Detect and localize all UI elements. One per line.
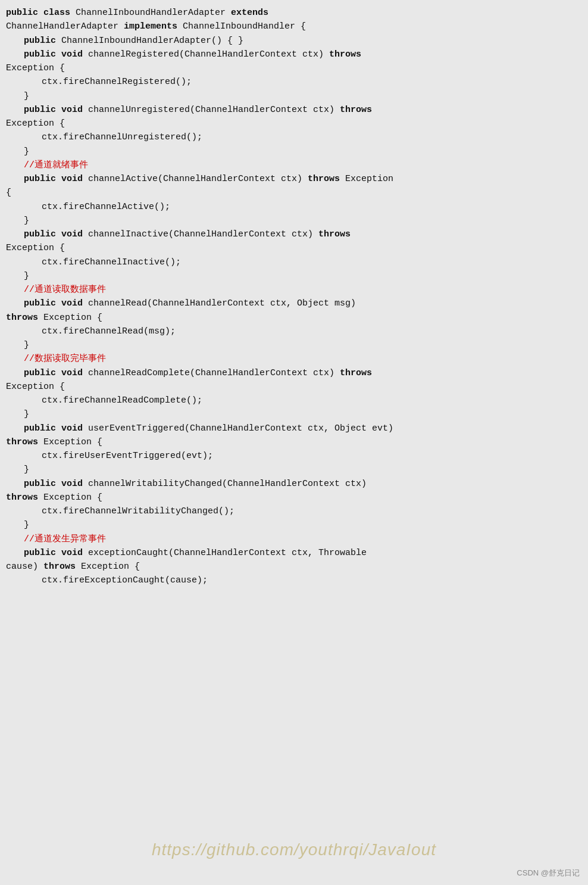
watermark-overlay: https://github.com/youthrqi/JavaIout: [0, 837, 588, 862]
normal-segment: }: [24, 409, 29, 419]
code-line: ctx.fireUserEventTriggered(evt);: [6, 449, 582, 463]
normal-segment: {: [6, 188, 11, 198]
kw-segment: public void: [24, 49, 83, 60]
kw-segment: public void: [24, 105, 83, 115]
kw-segment: throws: [340, 105, 372, 115]
kw-segment: public void: [24, 479, 83, 489]
code-line: }: [6, 518, 582, 532]
code-line: ctx.fireChannelRead(msg);: [6, 325, 582, 338]
normal-segment: ChannelInboundHandlerAdapter: [76, 8, 231, 18]
code-line: public ChannelInboundHandlerAdapter() { …: [6, 34, 582, 48]
kw-segment: throws: [6, 437, 38, 447]
normal-segment: ctx.fireChannelRead(msg);: [42, 326, 176, 336]
normal-segment: ctx.fireChannelInactive();: [42, 257, 181, 267]
normal-segment: channelUnregistered(ChannelHandlerContex…: [83, 105, 340, 115]
code-line: ctx.fireChannelWritabilityChanged();: [6, 504, 582, 518]
kw-segment: throws: [329, 49, 361, 60]
code-line: public void channelRegistered(ChannelHan…: [6, 48, 582, 61]
kw-segment: public class: [6, 8, 76, 18]
code-line: }: [6, 269, 582, 283]
code-line: public void channelRead(ChannelHandlerCo…: [6, 297, 582, 310]
code-line: public class ChannelInboundHandlerAdapte…: [6, 6, 582, 20]
normal-segment: Exception {: [6, 119, 65, 129]
kw-segment: throws: [43, 562, 76, 572]
normal-segment: }: [24, 465, 29, 475]
normal-segment: Exception {: [6, 243, 65, 253]
normal-segment: exceptionCaught(ChannelHandlerContext ct…: [83, 548, 367, 558]
normal-segment: Exception {: [6, 63, 65, 73]
code-line: //通道就绪事件: [6, 158, 582, 172]
code-container: public class ChannelInboundHandlerAdapte…: [0, 0, 588, 885]
kw-segment: public void: [24, 298, 83, 308]
code-line: throws Exception {: [6, 435, 582, 449]
normal-segment: }: [24, 147, 29, 157]
normal-segment: }: [24, 340, 29, 350]
normal-segment: channelRegistered(ChannelHandlerContext …: [83, 49, 329, 60]
code-line: }: [6, 89, 582, 103]
code-line: }: [6, 463, 582, 476]
code-line: public void userEventTriggered(ChannelHa…: [6, 422, 582, 435]
normal-segment: Exception {: [38, 493, 102, 503]
kw-segment: public void: [24, 368, 83, 378]
code-line: cause) throws Exception {: [6, 560, 582, 574]
kw-segment: throws: [6, 493, 38, 503]
normal-segment: }: [24, 91, 29, 101]
code-line: {: [6, 186, 582, 200]
code-line: }: [6, 145, 582, 158]
normal-segment: }: [24, 271, 29, 281]
kw-segment: public void: [24, 174, 83, 184]
code-line: }: [6, 407, 582, 421]
code-line: throws Exception {: [6, 311, 582, 325]
kw-segment: throws: [308, 174, 340, 184]
normal-segment: userEventTriggered(ChannelHandlerContext…: [83, 423, 393, 434]
normal-segment: Exception {: [76, 562, 140, 572]
normal-segment: Exception: [340, 174, 393, 184]
normal-segment: ctx.fireChannelActive();: [42, 202, 170, 212]
kw-segment: implements: [124, 21, 177, 32]
kw-segment: public void: [24, 229, 83, 239]
comment-segment: //通道就绪事件: [24, 160, 88, 170]
normal-segment: cause): [6, 562, 43, 572]
code-line: public void channelReadComplete(ChannelH…: [6, 366, 582, 380]
code-line: ctx.fireChannelActive();: [6, 200, 582, 214]
normal-segment: Exception {: [38, 313, 102, 323]
code-line: public void channelUnregistered(ChannelH…: [6, 103, 582, 117]
code-line: ctx.fireChannelRegistered();: [6, 75, 582, 89]
kw-segment: public void: [24, 548, 83, 558]
code-line: Exception {: [6, 117, 582, 130]
normal-segment: }: [24, 216, 29, 226]
normal-segment: ChannelInboundHandler {: [177, 21, 306, 32]
code-line: ctx.fireChannelUnregistered();: [6, 130, 582, 144]
normal-segment: ChannelInboundHandlerAdapter() { }: [56, 36, 243, 46]
code-line: public void channelWritabilityChanged(Ch…: [6, 477, 582, 491]
code-line: Exception {: [6, 241, 582, 255]
code-line: ctx.fireExceptionCaught(cause);: [6, 574, 582, 587]
code-line: ctx.fireChannelReadComplete();: [6, 394, 582, 407]
normal-segment: channelWritabilityChanged(ChannelHandler…: [83, 479, 367, 489]
code-line: public void exceptionCaught(ChannelHandl…: [6, 546, 582, 560]
code-line: //通道发生异常事件: [6, 532, 582, 546]
code-line: public void channelInactive(ChannelHandl…: [6, 228, 582, 241]
code-line: ChannelHandlerAdapter implements Channel…: [6, 20, 582, 33]
kw-segment: public: [24, 36, 56, 46]
normal-segment: channelInactive(ChannelHandlerContext ct…: [83, 229, 318, 239]
comment-segment: //通道发生异常事件: [24, 534, 106, 544]
normal-segment: ctx.fireChannelWritabilityChanged();: [42, 506, 234, 516]
code-line: Exception {: [6, 380, 582, 394]
normal-segment: ctx.fireChannelReadComplete();: [42, 395, 202, 406]
normal-segment: Exception {: [38, 437, 102, 447]
kw-segment: extends: [231, 8, 268, 18]
watermark-bottom-right: CSDN @舒克日记: [517, 867, 580, 879]
normal-segment: }: [24, 520, 29, 530]
normal-segment: channelReadComplete(ChannelHandlerContex…: [83, 368, 340, 378]
normal-segment: channelActive(ChannelHandlerContext ctx): [83, 174, 308, 184]
kw-segment: public void: [24, 423, 83, 434]
comment-segment: //数据读取完毕事件: [24, 354, 106, 364]
code-line: //通道读取数据事件: [6, 283, 582, 297]
normal-segment: ctx.fireExceptionCaught(cause);: [42, 575, 208, 585]
normal-segment: ctx.fireChannelRegistered();: [42, 77, 192, 87]
code-line: ctx.fireChannelInactive();: [6, 255, 582, 269]
kw-segment: throws: [318, 229, 351, 239]
normal-segment: ChannelHandlerAdapter: [6, 21, 124, 32]
comment-segment: //通道读取数据事件: [24, 285, 106, 295]
